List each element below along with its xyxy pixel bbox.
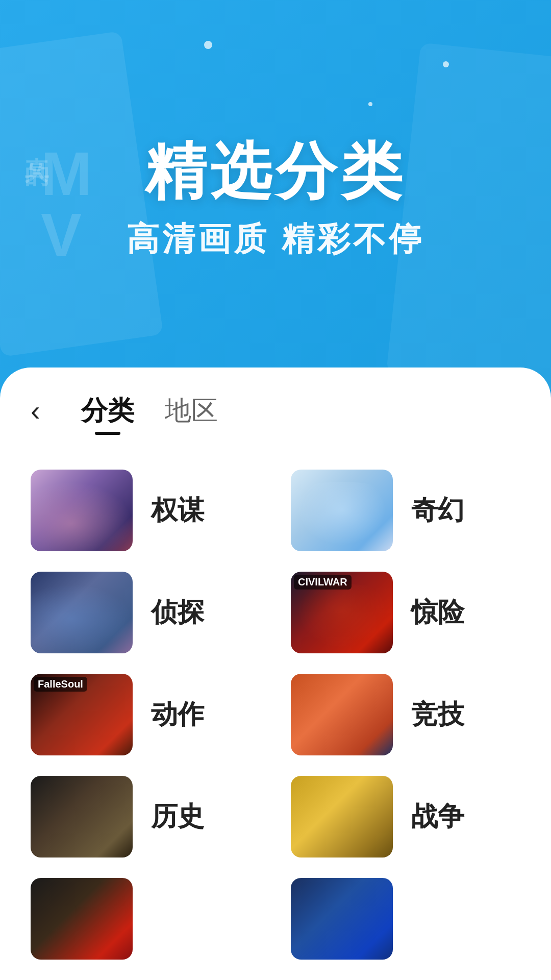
category-name-qihuan: 奇幻 <box>411 493 464 528</box>
category-thumb-quanmou <box>31 470 133 551</box>
category-item-zhanzheng[interactable]: 战争 <box>291 776 520 857</box>
category-item-qihuan[interactable]: 奇幻 <box>291 470 520 551</box>
category-item-other1[interactable] <box>31 878 260 960</box>
category-name-jingji: 竞技 <box>411 697 464 732</box>
category-thumb-lishi <box>31 776 133 857</box>
category-thumb-jingji <box>291 674 393 755</box>
category-name-zhanzheng: 战争 <box>411 799 464 835</box>
category-thumb-other2 <box>291 878 393 960</box>
category-item-dongzuo[interactable]: FalleSoul 动作 <box>31 674 260 755</box>
thumb-label-fallesoul: FalleSoul <box>34 677 87 692</box>
category-name-quanmou: 权谋 <box>151 493 204 528</box>
category-item-other2[interactable] <box>291 878 520 960</box>
sparkle-1 <box>443 61 449 67</box>
category-item-quanmou[interactable]: 权谋 <box>31 470 260 551</box>
watermark-zhen: 真的 <box>20 138 53 148</box>
hero-section: M V 真的 精选分类 高清画质 精彩不停 <box>0 0 551 398</box>
category-thumb-dongzuo: FalleSoul <box>31 674 133 755</box>
tab-diqu[interactable]: 地区 <box>165 393 218 429</box>
thumb-label-civilwar: CIVILWAR <box>294 575 352 590</box>
sparkle-3 <box>204 41 212 49</box>
hero-title: 精选分类 <box>145 137 406 205</box>
category-thumb-zhanzheng <box>291 776 393 857</box>
category-item-zhentan[interactable]: 侦探 <box>31 572 260 653</box>
category-grid: 权谋 奇幻 侦探 CIVILWAR <box>31 470 520 960</box>
category-item-jingxian[interactable]: CIVILWAR 惊险 <box>291 572 520 653</box>
watermark-m: M <box>41 143 92 204</box>
category-thumb-qihuan <box>291 470 393 551</box>
tab-fenlei[interactable]: 分类 <box>81 393 134 429</box>
category-item-jingji[interactable]: 竞技 <box>291 674 520 755</box>
card-panel: ‹ 分类 地区 权谋 奇幻 <box>0 368 551 980</box>
back-button[interactable]: ‹ <box>31 397 40 425</box>
category-name-zhentan: 侦探 <box>151 595 204 630</box>
hero-subtitle: 高清画质 精彩不停 <box>127 217 424 261</box>
category-item-lishi[interactable]: 历史 <box>31 776 260 857</box>
category-thumb-jingxian: CIVILWAR <box>291 572 393 653</box>
category-thumb-zhentan <box>31 572 133 653</box>
category-thumb-other1 <box>31 878 133 960</box>
tabs-header: ‹ 分类 地区 <box>31 368 520 449</box>
sparkle-2 <box>368 102 372 106</box>
category-name-lishi: 历史 <box>151 799 204 835</box>
category-name-dongzuo: 动作 <box>151 697 204 732</box>
category-name-jingxian: 惊险 <box>411 595 464 630</box>
watermark-v: V <box>41 204 82 265</box>
